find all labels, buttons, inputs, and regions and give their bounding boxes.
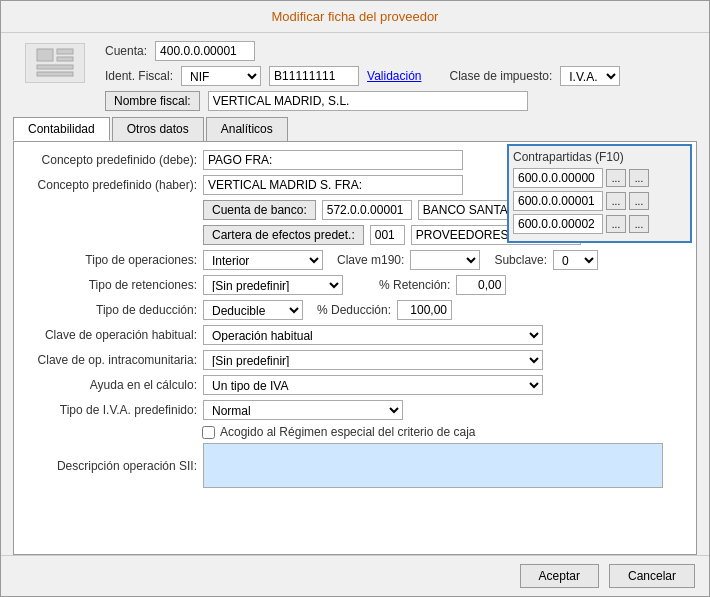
contra-title: Contrapartidas (F10) [513, 150, 686, 164]
contra-row-0: ... ... [513, 168, 686, 188]
aceptar-button[interactable]: Aceptar [520, 564, 599, 588]
clase-select[interactable]: I.V.A. [560, 66, 620, 86]
cuenta-banco-input[interactable] [322, 200, 412, 220]
contra-btn-1b[interactable]: ... [629, 192, 649, 210]
tipo-op-row: Tipo de operaciones: Interior Clave m190… [22, 250, 688, 270]
contra-btn-2a[interactable]: ... [606, 215, 626, 233]
tipo-ded-label: Tipo de deducción: [22, 303, 197, 317]
acogido-row: Acogido al Régimen especial del criterio… [202, 425, 688, 439]
desc-label: Descripción operación SII: [22, 459, 197, 473]
tab-analiticos[interactable]: Analíticos [206, 117, 288, 141]
tipo-iva-label: Tipo de I.V.A. predefinido: [22, 403, 197, 417]
window-title: Modificar ficha del proveedor [272, 9, 439, 24]
tipo-ded-select[interactable]: Deducible [203, 300, 303, 320]
contrapartidas-panel: Contrapartidas (F10) ... ... ... ... ...… [507, 144, 692, 243]
validacion-link[interactable]: Validación [367, 69, 421, 83]
subclave-select[interactable]: 0 [553, 250, 598, 270]
concepto-debe-label: Concepto predefinido (debe): [22, 153, 197, 167]
nombre-input[interactable] [208, 91, 528, 111]
contra-btn-0a[interactable]: ... [606, 169, 626, 187]
cartera-input[interactable] [370, 225, 405, 245]
cuenta-banco-btn[interactable]: Cuenta de banco: [203, 200, 316, 220]
concepto-haber-input[interactable] [203, 175, 463, 195]
tipo-ret-row: Tipo de retenciones: [Sin predefinir] % … [22, 275, 688, 295]
ayuda-row: Ayuda en el cálculo: Un tipo de IVA [22, 375, 688, 395]
contra-btn-1a[interactable]: ... [606, 192, 626, 210]
nombre-row: Nombre fiscal: [105, 91, 620, 111]
concepto-debe-input[interactable] [203, 150, 463, 170]
tab-content-contabilidad: Contrapartidas (F10) ... ... ... ... ...… [13, 142, 697, 555]
svg-rect-2 [57, 57, 73, 61]
contra-btn-2b[interactable]: ... [629, 215, 649, 233]
tipo-iva-select[interactable]: Normal Reducido Superreducido [203, 400, 403, 420]
tab-contabilidad[interactable]: Contabilidad [13, 117, 110, 141]
logo [25, 43, 85, 83]
clave-label: Clave m190: [337, 253, 404, 267]
cuenta-input[interactable] [155, 41, 255, 61]
pct-ded-label: % Deducción: [317, 303, 391, 317]
contra-row-2: ... ... [513, 214, 686, 234]
clase-label: Clase de impuesto: [450, 69, 553, 83]
desc-row: Descripción operación SII: [22, 443, 688, 488]
tabs-bar: Contabilidad Otros datos Analíticos [13, 117, 697, 142]
cartera-btn[interactable]: Cartera de efectos predet.: [203, 225, 364, 245]
cuenta-row: Cuenta: [105, 41, 620, 61]
contra-input-1[interactable] [513, 191, 603, 211]
tipo-op-label: Tipo de operaciones: [22, 253, 197, 267]
desc-textarea[interactable] [203, 443, 663, 488]
clave-op-row: Clave de operación habitual: Operación h… [22, 325, 688, 345]
pct-ded-input[interactable] [397, 300, 452, 320]
cuenta-label: Cuenta: [105, 44, 147, 58]
acogido-checkbox[interactable] [202, 426, 215, 439]
ident-row: Ident. Fiscal: NIF Validación Clase de i… [105, 66, 620, 86]
tipo-ret-select[interactable]: [Sin predefinir] [203, 275, 343, 295]
contra-input-0[interactable] [513, 168, 603, 188]
contra-input-2[interactable] [513, 214, 603, 234]
ident-label: Ident. Fiscal: [105, 69, 173, 83]
contra-row-1: ... ... [513, 191, 686, 211]
tab-otros[interactable]: Otros datos [112, 117, 204, 141]
clave-intra-row: Clave de op. intracomunitaria: [Sin pred… [22, 350, 688, 370]
subclave-label: Subclave: [494, 253, 547, 267]
concepto-haber-label: Concepto predefinido (haber): [22, 178, 197, 192]
main-window: Modificar ficha del proveedor Cuenta: Id… [0, 0, 710, 597]
clave-op-select[interactable]: Operación habitual [203, 325, 543, 345]
svg-rect-3 [37, 65, 73, 69]
tipo-ded-row: Tipo de deducción: Deducible % Deducción… [22, 300, 688, 320]
acogido-label: Acogido al Régimen especial del criterio… [220, 425, 475, 439]
clave-intra-select[interactable]: [Sin predefinir] [203, 350, 543, 370]
cancelar-button[interactable]: Cancelar [609, 564, 695, 588]
tipo-op-select[interactable]: Interior [203, 250, 323, 270]
bottom-bar: Aceptar Cancelar [1, 555, 709, 596]
nif-select[interactable]: NIF [181, 66, 261, 86]
title-bar: Modificar ficha del proveedor [1, 1, 709, 33]
fiscal-code-input[interactable] [269, 66, 359, 86]
ayuda-label: Ayuda en el cálculo: [22, 378, 197, 392]
svg-rect-1 [57, 49, 73, 54]
contra-btn-0b[interactable]: ... [629, 169, 649, 187]
tipo-ret-label: Tipo de retenciones: [22, 278, 197, 292]
pct-ret-label: % Retención: [379, 278, 450, 292]
clave-intra-label: Clave de op. intracomunitaria: [22, 353, 197, 367]
tipo-iva-row: Tipo de I.V.A. predefinido: Normal Reduc… [22, 400, 688, 420]
svg-rect-0 [37, 49, 53, 61]
svg-rect-4 [37, 72, 73, 76]
pct-ret-input[interactable] [456, 275, 506, 295]
ayuda-select[interactable]: Un tipo de IVA [203, 375, 543, 395]
clave-select[interactable] [410, 250, 480, 270]
clave-op-label: Clave de operación habitual: [22, 328, 197, 342]
nombre-fiscal-btn[interactable]: Nombre fiscal: [105, 91, 200, 111]
